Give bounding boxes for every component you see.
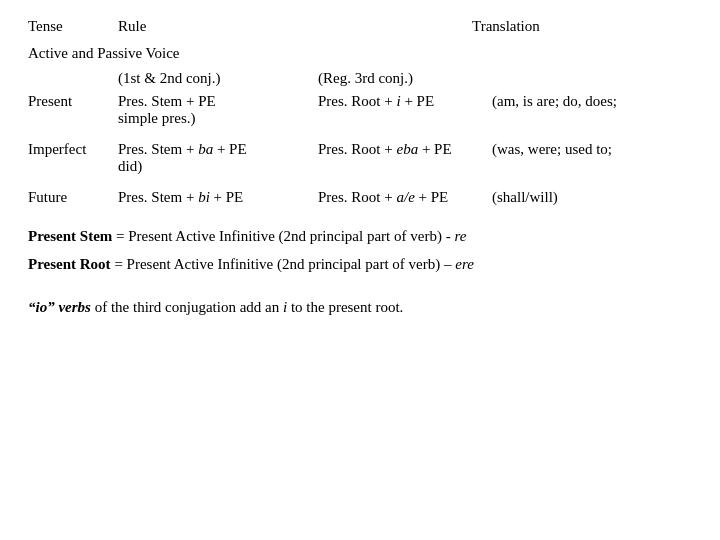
present-reg: Pres. Root + i + PE [318, 93, 492, 110]
imperfect-row: Imperfect Pres. Stem + ba + PEdid) Pres.… [28, 141, 692, 175]
future-row: Future Pres. Stem + bi + PE Pres. Root +… [28, 189, 692, 206]
imperfect-translation: (was, were; used to; [492, 141, 692, 158]
present-tense: Present [28, 93, 118, 110]
present-rule: Pres. Stem + PEsimple pres.) [118, 93, 318, 127]
subheader-col2: (Reg. 3rd conj.) [318, 70, 692, 87]
subheader-col1: (1st & 2nd conj.) [118, 70, 318, 87]
imperfect-reg: Pres. Root + eba + PE [318, 141, 492, 158]
present-row: Present Pres. Stem + PEsimple pres.) Pre… [28, 93, 692, 127]
notes-section: Present Stem = Present Active Infinitive… [28, 224, 692, 277]
header-row: Tense Rule Translation [28, 18, 692, 35]
translation-header: Translation [472, 18, 692, 35]
future-reg: Pres. Root + a/e + PE [318, 189, 492, 206]
rule-header: Rule [118, 18, 472, 35]
subheader-row: (1st & 2nd conj.) (Reg. 3rd conj.) [118, 70, 692, 87]
note-line2: Present Root = Present Active Infinitive… [28, 252, 692, 278]
future-translation: (shall/will) [492, 189, 692, 206]
future-rule: Pres. Stem + bi + PE [118, 189, 318, 206]
tense-header: Tense [28, 18, 118, 35]
future-tense: Future [28, 189, 118, 206]
imperfect-tense: Imperfect [28, 141, 118, 158]
imperfect-rule: Pres. Stem + ba + PEdid) [118, 141, 318, 175]
note-line1: Present Stem = Present Active Infinitive… [28, 224, 692, 250]
footer-text: “io” verbs of the third conjugation add … [28, 295, 692, 319]
footer-note: “io” verbs of the third conjugation add … [28, 295, 692, 319]
present-translation: (am, is are; do, does; [492, 93, 692, 110]
section-title: Active and Passive Voice [28, 45, 692, 62]
